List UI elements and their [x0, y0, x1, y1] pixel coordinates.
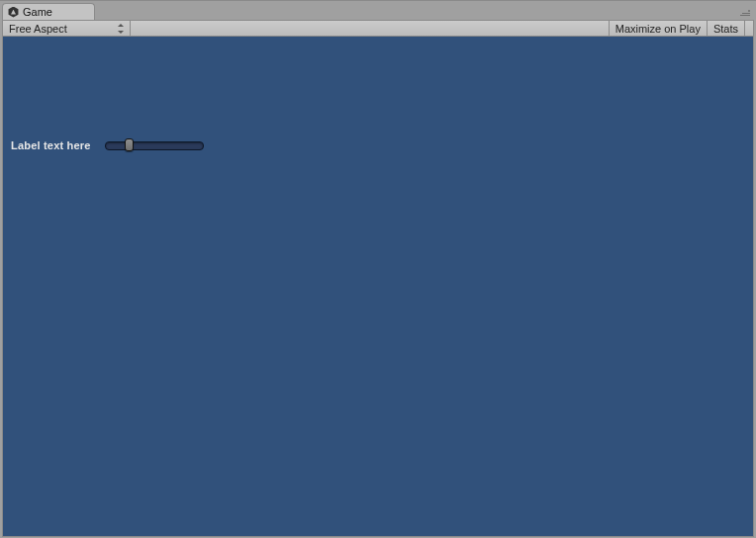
slider-thumb[interactable] — [125, 138, 134, 151]
game-toolbar: Free Aspect Maximize on Play Stats — [2, 20, 754, 37]
gizmos-dropdown-stub[interactable] — [745, 21, 753, 36]
toolbar-spacer — [131, 21, 610, 36]
game-panel: Game Free Aspect Maximize on Play Stats … — [0, 0, 756, 538]
slider-track — [105, 141, 204, 150]
game-viewport: Label text here — [2, 37, 754, 537]
stats-button[interactable]: Stats — [708, 21, 745, 36]
aspect-dropdown[interactable]: Free Aspect — [3, 21, 131, 36]
tab-strip-filler — [95, 3, 754, 20]
game-tab[interactable]: Game — [2, 3, 95, 20]
maximize-label: Maximize on Play — [615, 23, 701, 35]
horizontal-slider[interactable] — [105, 139, 204, 151]
tab-strip: Game — [2, 3, 754, 20]
labeled-slider: Label text here — [11, 139, 204, 151]
stats-label: Stats — [713, 23, 738, 35]
maximize-on-play-button[interactable]: Maximize on Play — [610, 21, 708, 36]
slider-label: Label text here — [11, 139, 91, 151]
panel-menu-icon[interactable] — [738, 8, 750, 18]
unity-logo-icon — [8, 7, 19, 18]
aspect-dropdown-label: Free Aspect — [9, 23, 67, 35]
tab-label: Game — [23, 6, 52, 18]
updown-icon — [118, 24, 125, 34]
